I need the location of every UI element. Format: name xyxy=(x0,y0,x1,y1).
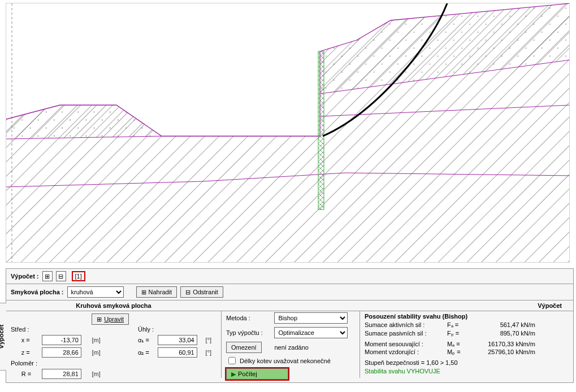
pocitej-button[interactable]: ▶ Počítej xyxy=(226,368,288,380)
circular-title: Kruhová smyková plocha xyxy=(6,302,221,309)
results-panel: Posouzení stability svahu (Bishop) Sumac… xyxy=(360,311,573,378)
unit-m-2: [m] xyxy=(92,349,108,356)
r-label: R = xyxy=(21,371,38,377)
odstranit-label: Odstranit xyxy=(193,289,218,295)
z-input[interactable] xyxy=(42,347,81,358)
a1-label: α₁ = xyxy=(138,337,154,344)
x-label: x = xyxy=(21,337,38,343)
plus-icon: ⊞ xyxy=(141,289,146,296)
results-header: Výpočet xyxy=(224,302,573,309)
play-icon: ▶ xyxy=(231,371,236,378)
omezeni-button[interactable]: Omezení xyxy=(226,342,262,353)
a1-input[interactable] xyxy=(158,335,197,345)
typ-select[interactable]: Optimalizace xyxy=(274,327,348,338)
res-ma-label: Moment sesouvající : xyxy=(365,340,444,349)
res-ma-val: 16170,33 kNm/m xyxy=(473,340,535,349)
side-tab[interactable]: Výpočet xyxy=(0,303,6,371)
remove-analysis-button[interactable]: ⊟ xyxy=(56,271,66,281)
results-title: Posouzení stability svahu (Bishop) xyxy=(365,312,569,321)
typ-label: Typ výpočtu : xyxy=(226,329,270,336)
omezeni-btn-label: Omezení xyxy=(231,344,257,351)
slope-diagram xyxy=(6,3,570,263)
pocitej-label: Počítej xyxy=(238,371,257,377)
r-input[interactable] xyxy=(42,369,81,379)
z-label: z = xyxy=(21,349,38,356)
unit-deg: [°] xyxy=(206,337,216,343)
nahradit-button[interactable]: ⊞ Nahradit xyxy=(136,286,177,298)
unit-deg-2: [°] xyxy=(206,349,216,356)
metoda-select[interactable]: Bishop xyxy=(274,312,348,324)
control-panel: Výpočet Výpočet : ⊞ ⊟ [1] Smyková plocha… xyxy=(6,268,574,383)
res-fa-sym: Fₐ = xyxy=(447,321,470,329)
a2-input[interactable] xyxy=(158,347,197,358)
delky-checkbox[interactable] xyxy=(228,357,236,364)
res-fa-val: 561,47 kN/m xyxy=(473,321,535,329)
add-analysis-button[interactable]: ⊞ xyxy=(42,271,53,281)
delky-text: Délky kotev uvažovat nekonečné xyxy=(240,358,331,364)
stred-label: Střed : xyxy=(11,326,129,333)
metoda-label: Metoda : xyxy=(226,315,270,321)
odstranit-button[interactable]: ⊟ Odstranit xyxy=(180,286,223,298)
res-fp-sym: Fₚ = xyxy=(447,329,470,338)
unit-m-3: [m] xyxy=(92,371,108,377)
side-tab-label: Výpočet xyxy=(0,325,5,349)
res-fa-label: Sumace aktivních sil : xyxy=(365,321,444,329)
res-mp-val: 25796,10 kNm/m xyxy=(473,348,535,356)
res-mp-label: Moment vzdorující : xyxy=(365,348,444,356)
upravit-button[interactable]: ⊞ Upravit xyxy=(92,313,129,325)
safety-factor: Stupeň bezpečnosti = 1,60 > 1,50 xyxy=(365,359,569,367)
vypocet-label: Výpočet : xyxy=(11,273,39,280)
slip-surface-label: Smyková plocha : xyxy=(11,289,64,295)
delky-checkbox-label[interactable]: Délky kotev uvažovat nekonečné xyxy=(226,355,355,366)
slope-svg xyxy=(6,3,570,263)
polomer-label: Poloměr : xyxy=(11,360,129,367)
x-input[interactable] xyxy=(42,335,81,345)
plus-icon: ⊞ xyxy=(97,316,102,323)
stability-ok: Stabilita svahu VYHOVUJE xyxy=(365,367,569,376)
res-mp-sym: Mₚ = xyxy=(447,348,470,356)
svg-rect-6 xyxy=(318,51,324,210)
omezeni-value: není zadáno xyxy=(274,344,355,351)
uhly-label: Úhly : xyxy=(138,326,216,333)
slip-surface-select[interactable]: kruhová xyxy=(67,286,124,298)
a2-label: α₂ = xyxy=(138,349,154,356)
minus-icon: ⊟ xyxy=(185,289,190,296)
res-ma-sym: Mₐ = xyxy=(447,340,470,349)
res-fp-label: Sumace pasivních sil : xyxy=(365,329,444,338)
res-fp-val: 895,70 kN/m xyxy=(473,329,535,338)
nahradit-label: Nahradit xyxy=(149,289,172,295)
upravit-label: Upravit xyxy=(104,316,124,323)
analysis-tab-1[interactable]: [1] xyxy=(72,271,85,281)
unit-m: [m] xyxy=(92,337,108,343)
